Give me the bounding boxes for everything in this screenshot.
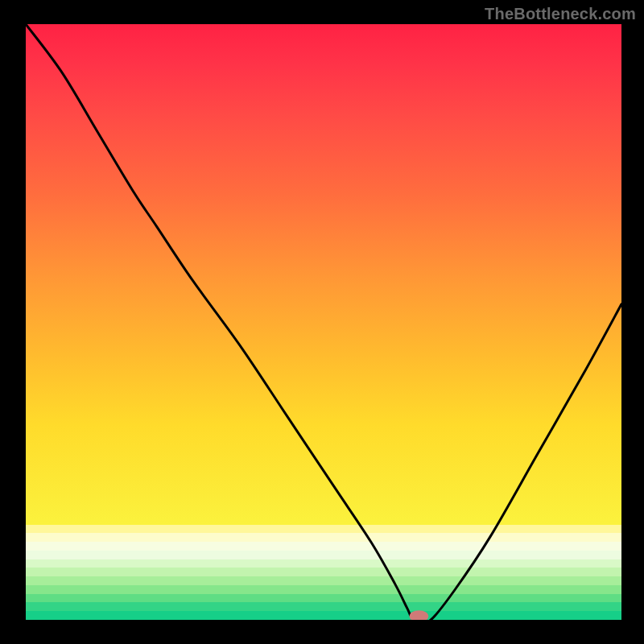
- plot-area: [26, 24, 621, 620]
- curve-svg: [26, 24, 621, 620]
- chart-frame: TheBottleneck.com: [0, 0, 644, 644]
- watermark-text: TheBottleneck.com: [485, 5, 636, 23]
- bottleneck-curve: [26, 24, 621, 620]
- optimal-point-marker: [410, 610, 429, 620]
